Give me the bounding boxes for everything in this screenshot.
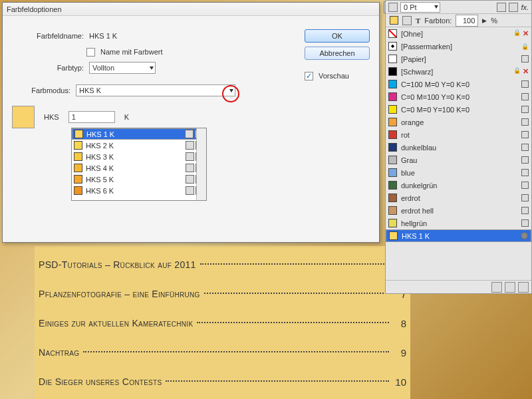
swatch-row[interactable]: erdrot xyxy=(386,192,531,204)
swatch-icon xyxy=(388,143,397,152)
spot-icon xyxy=(185,130,194,138)
spot-icon xyxy=(186,164,194,172)
swatch-row[interactable]: rot xyxy=(386,128,531,141)
toc-title: PSD-Tutorials – Rückblick auf 2011 xyxy=(39,259,196,270)
toc-title: Pflanzenfotografie – eine Einführung xyxy=(39,289,200,299)
swatch-row[interactable]: dunkelgrün xyxy=(386,179,531,192)
cmyk-icon xyxy=(521,118,529,126)
lock-icon: 🔒 xyxy=(521,43,529,50)
toc-title: Nachtrag xyxy=(39,347,79,358)
cmyk-icon xyxy=(521,106,529,113)
toc-row: Pflanzenfotografie – eine Einführung7 xyxy=(39,279,406,309)
swatch-options-dialog: Farbfeldoptionen OK Abbrechen Vorschau F… xyxy=(2,2,380,243)
toc-row: Einiges zur aktuellen Kameratechnik8 xyxy=(39,309,406,338)
swatch-row[interactable]: [Ohne]🔒✕ xyxy=(386,27,531,40)
swatch-name: C=0 M=0 Y=100 K=0 xyxy=(401,106,517,114)
swatch-row[interactable]: orange xyxy=(386,116,531,128)
swatch-name: [Ohne] xyxy=(401,30,509,38)
hks-dropdown-list[interactable]: HKS 1 KHKS 2 KHKS 3 KHKS 4 KHKS 5 KHKS 6… xyxy=(71,128,207,201)
dialog-title: Farbfeldoptionen xyxy=(3,3,379,16)
spot-icon xyxy=(186,141,194,150)
swatch-row[interactable]: C=0 M=100 Y=0 K=0 xyxy=(386,90,531,103)
swatch-row[interactable]: blue xyxy=(386,166,531,179)
annotation-circle xyxy=(222,85,239,102)
preview-label: Vorschau xyxy=(319,72,349,80)
scrollbar[interactable] xyxy=(196,128,206,200)
swatch-icon xyxy=(388,219,397,227)
spot-icon xyxy=(521,232,528,239)
fill-swatch[interactable] xyxy=(390,16,398,25)
spot-icon xyxy=(186,186,194,195)
dropdown-item[interactable]: HKS 3 K xyxy=(72,151,206,162)
cmyk-icon xyxy=(521,169,529,176)
toc-row: Die Sieger unseres Contests10 xyxy=(39,367,406,396)
swatches-panel: 0 Pt fx. T Farbton: ▶ % [Ohne]🔒✕[Passerm… xyxy=(385,0,532,294)
new-swatch-icon[interactable] xyxy=(505,282,515,293)
new-swatch-icon[interactable] xyxy=(491,282,502,293)
swatch-row[interactable]: HKS 1 K xyxy=(386,229,531,242)
tint-input[interactable] xyxy=(456,15,478,27)
name-label: Farbfeldname: xyxy=(12,32,84,40)
swatch-name: erdrot xyxy=(401,194,517,202)
toc-title: Die Sieger unseres Contests xyxy=(39,376,162,387)
cmyk-icon xyxy=(521,182,529,189)
toc-row: PSD-Tutorials – Rückblick auf 20116 xyxy=(39,250,406,279)
mode-select[interactable]: HKS K xyxy=(76,84,235,96)
cancel-button[interactable]: Abbrechen xyxy=(305,47,370,60)
cmyk-icon xyxy=(521,80,529,88)
dropdown-item[interactable]: HKS 5 K xyxy=(72,174,206,185)
icon[interactable] xyxy=(402,16,412,25)
toc-title: Einiges zur aktuellen Kameratechnik xyxy=(39,318,193,329)
swatch-icon xyxy=(388,130,397,139)
mode-label: Farbmodus: xyxy=(12,86,70,94)
swatch-row[interactable]: Grau xyxy=(386,154,531,166)
swatch-name: rot xyxy=(401,131,517,139)
toc-page: 10 xyxy=(393,376,406,388)
ok-button[interactable]: OK xyxy=(305,29,370,43)
swatch-row[interactable]: [Papier] xyxy=(386,53,531,65)
panel-icon[interactable] xyxy=(497,3,506,12)
swatch-name: C=100 M=0 Y=0 K=0 xyxy=(401,80,517,88)
swatch-name: [Papier] xyxy=(401,55,517,63)
dropdown-item[interactable]: HKS 6 K xyxy=(72,185,206,196)
dropdown-item[interactable]: HKS 2 K xyxy=(72,140,206,151)
cmyk-icon xyxy=(521,219,529,227)
lock-icon: 🔒 xyxy=(513,29,521,38)
dropdown-item[interactable]: HKS 1 K xyxy=(72,128,206,140)
stroke-select[interactable]: 0 Pt xyxy=(400,2,440,13)
swatch-name: [Schwarz] xyxy=(401,68,509,76)
swatch-row[interactable]: hellgrün xyxy=(386,217,531,229)
trash-icon[interactable] xyxy=(518,282,529,293)
name-with-value-checkbox[interactable] xyxy=(86,48,95,57)
swatch-row[interactable]: C=0 M=0 Y=100 K=0 xyxy=(386,103,531,116)
toc-page: 8 xyxy=(393,318,406,329)
panel-icon[interactable] xyxy=(388,3,398,12)
toc-row: Nachtrag9 xyxy=(39,338,406,367)
color-preview-swatch xyxy=(12,106,35,128)
swatch-row[interactable]: C=100 M=0 Y=0 K=0 xyxy=(386,78,531,90)
preview-checkbox[interactable] xyxy=(305,72,313,80)
swatch-row[interactable]: [Schwarz]🔒✕ xyxy=(386,65,531,78)
type-label: Farbtyp: xyxy=(12,64,84,72)
spot-icon xyxy=(186,152,194,161)
type-select[interactable]: Vollton xyxy=(89,62,156,74)
hks-label: HKS xyxy=(44,113,59,121)
cmyk-icon xyxy=(521,93,529,100)
swatch-row[interactable]: erdrot hell xyxy=(386,204,531,217)
cmyk-icon xyxy=(521,131,529,138)
tint-label: Farbton: xyxy=(424,17,452,25)
swatch-icon xyxy=(388,156,397,164)
panel-icon[interactable] xyxy=(509,3,518,12)
panel-footer xyxy=(386,280,531,293)
hks-number-input[interactable] xyxy=(68,111,115,123)
swatch-icon xyxy=(388,67,397,76)
cmyk-icon xyxy=(521,156,529,164)
dropdown-item[interactable]: HKS 4 K xyxy=(72,162,206,174)
swatch-icon xyxy=(388,194,397,202)
swatch-name: erdrot hell xyxy=(401,207,517,215)
spot-icon xyxy=(186,175,194,184)
swatch-row[interactable]: [Passermarken]🔒 xyxy=(386,40,531,53)
swatch-name: dunkelgrün xyxy=(401,182,517,190)
swatch-row[interactable]: dunkelblau xyxy=(386,141,531,154)
swatch-icon xyxy=(388,206,397,215)
